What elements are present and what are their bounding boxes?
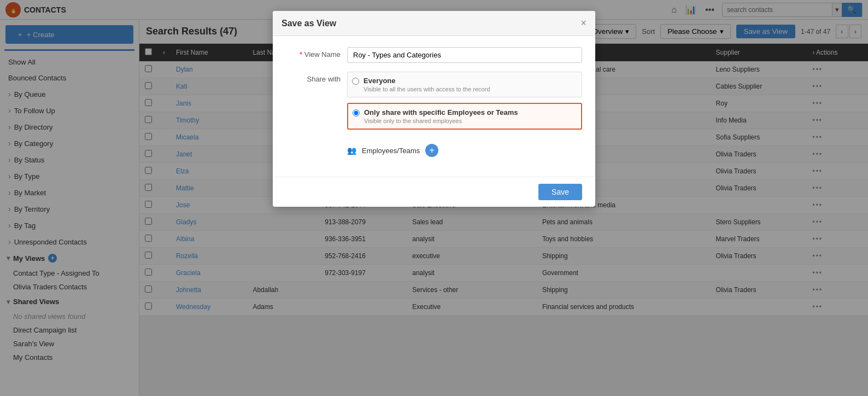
modal-footer: Save — [273, 177, 595, 207]
modal-header: Save as View × — [273, 11, 595, 36]
radio-specific-text: Only share with specific Employees or Te… — [364, 108, 518, 124]
radio-everyone-option[interactable]: Everyone Visible to all the users with a… — [347, 72, 582, 97]
save-as-view-modal: Save as View × * View Name Share with — [273, 11, 595, 207]
required-asterisk: * — [300, 50, 302, 59]
modal-overlay: Save as View × * View Name Share with — [0, 0, 868, 396]
employees-teams-row: 👥 Employees/Teams + — [347, 144, 438, 157]
view-name-input[interactable] — [347, 47, 582, 63]
share-with-row: Share with Everyone Visible to all the u… — [286, 72, 582, 135]
employees-icon: 👥 — [347, 146, 356, 155]
view-name-label: * View Name — [286, 47, 341, 59]
modal-save-button[interactable]: Save — [538, 184, 582, 200]
radio-everyone[interactable] — [352, 78, 359, 85]
modal-title: Save as View — [281, 19, 336, 28]
share-with-label: Share with — [286, 72, 341, 83]
modal-close-button[interactable]: × — [580, 18, 587, 29]
employees-teams-label: Employees/Teams — [362, 147, 420, 155]
modal-body: * View Name Share with Everyone Visible … — [273, 36, 595, 177]
radio-specific-option[interactable]: Only share with specific Employees or Te… — [347, 103, 582, 130]
employees-row: 👥 Employees/Teams + — [286, 144, 582, 157]
radio-specific[interactable] — [353, 109, 360, 117]
view-name-row: * View Name — [286, 47, 582, 63]
add-employee-button[interactable]: + — [425, 144, 438, 157]
radio-group: Everyone Visible to all the users with a… — [347, 72, 582, 135]
radio-everyone-text: Everyone Visible to all the users with a… — [363, 77, 490, 92]
employees-label-spacer — [286, 144, 341, 147]
